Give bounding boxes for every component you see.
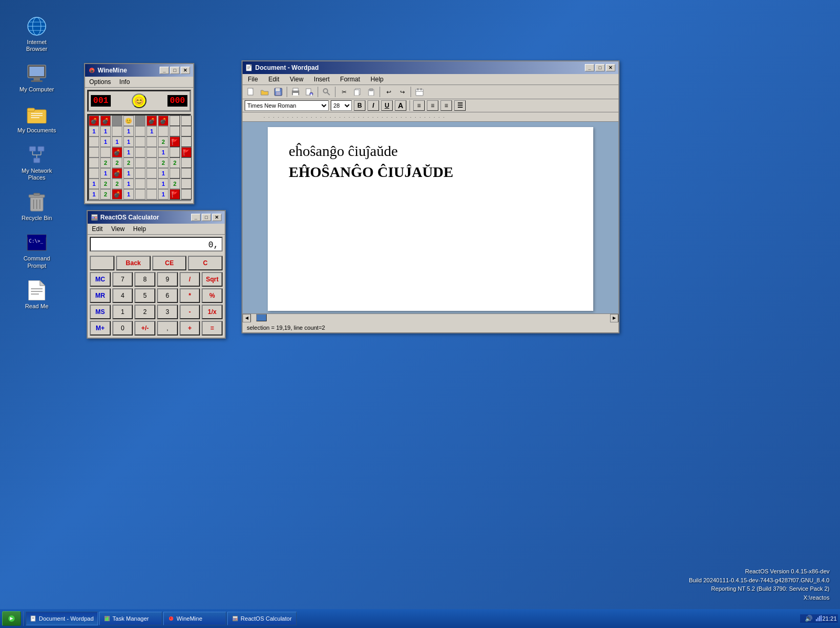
calc-inv-btn[interactable]: 1/x xyxy=(202,305,223,319)
icon-recycle-bin[interactable]: Recycle Bin xyxy=(16,192,58,222)
wordpad-menu-view[interactable]: View xyxy=(288,75,306,83)
wordpad-content-area[interactable]: eĥoŝanĝo ĉiuĵaŭde EĤOŜANĜO ĈIUĴAŬDE xyxy=(243,122,618,313)
mine-cell[interactable]: 2 xyxy=(100,158,111,168)
mine-cell[interactable]: 2 xyxy=(100,179,111,189)
mine-cell[interactable]: 1 xyxy=(123,137,134,147)
mine-cell[interactable]: 1 xyxy=(112,137,122,147)
icon-my-computer[interactable]: My Computer xyxy=(16,63,58,93)
calc-empty-btn[interactable] xyxy=(90,256,114,270)
taskbar-taskmanager-btn[interactable]: Task Manager xyxy=(99,612,162,625)
calc-1-btn[interactable]: 1 xyxy=(112,305,133,319)
mine-cell[interactable] xyxy=(135,179,145,189)
calc-4-btn[interactable]: 4 xyxy=(112,288,133,303)
bullets-btn[interactable]: ☰ xyxy=(454,100,466,111)
tb-save-btn[interactable] xyxy=(272,86,285,98)
mine-cell[interactable]: 2 xyxy=(170,179,180,189)
tb-print-preview-btn[interactable] xyxy=(303,86,316,98)
mine-cell[interactable]: 2 xyxy=(100,189,111,200)
mine-cell[interactable] xyxy=(89,168,99,179)
mine-cell[interactable] xyxy=(158,126,169,137)
mine-cell[interactable]: 2 xyxy=(170,158,180,168)
tb-find-btn[interactable] xyxy=(320,86,333,98)
calc-div-btn[interactable]: / xyxy=(180,272,201,287)
calc-7-btn[interactable]: 7 xyxy=(112,272,133,287)
mine-cell[interactable]: 1 xyxy=(123,179,134,189)
mine-cell[interactable] xyxy=(112,116,122,126)
mine-cell[interactable]: 2 xyxy=(158,137,169,147)
mine-cell[interactable] xyxy=(170,126,180,137)
icon-internet-browser[interactable]: Internet Browser xyxy=(16,16,58,53)
hscroll-thumb[interactable] xyxy=(256,314,267,321)
mine-cell[interactable] xyxy=(135,189,145,200)
hscroll-right-btn[interactable]: ▶ xyxy=(610,314,618,322)
mine-cell[interactable]: 1 xyxy=(158,189,169,200)
mine-cell[interactable]: 💣 xyxy=(100,116,111,126)
tb-undo-btn[interactable]: ↩ xyxy=(382,86,395,98)
mine-cell[interactable] xyxy=(146,137,157,147)
mine-cell[interactable]: 2 xyxy=(123,158,134,168)
taskbar-wordpad-btn[interactable]: Document - Wordpad xyxy=(26,612,98,625)
wordpad-menu-insert[interactable]: Insert xyxy=(312,75,332,83)
icon-my-network-places[interactable]: My Network Places xyxy=(16,144,58,181)
wordpad-minimize-btn[interactable]: _ xyxy=(585,64,594,71)
mine-cell[interactable]: 1 xyxy=(100,168,111,179)
icon-my-documents[interactable]: My Documents xyxy=(16,104,58,134)
tb-open-btn[interactable] xyxy=(258,86,271,98)
calc-pct-btn[interactable]: % xyxy=(202,288,223,303)
mine-cell[interactable]: 💣 xyxy=(146,116,157,126)
mine-cell[interactable]: 1 xyxy=(89,179,99,189)
mine-cell[interactable] xyxy=(89,158,99,168)
tb-redo-btn[interactable]: ↪ xyxy=(396,86,408,98)
mine-cell[interactable]: 💣 xyxy=(112,189,122,200)
mine-cell[interactable]: 1 xyxy=(123,168,134,179)
hscroll-track[interactable] xyxy=(251,314,610,322)
calc-mul-btn[interactable]: * xyxy=(180,288,201,303)
mine-cell[interactable] xyxy=(181,137,192,147)
calc-eq-btn[interactable]: = xyxy=(202,321,223,336)
calc-mr-btn[interactable]: MR xyxy=(90,288,111,303)
calc-menu-edit[interactable]: Edit xyxy=(90,225,105,233)
calc-ce-btn[interactable]: CE xyxy=(152,256,187,270)
calc-3-btn[interactable]: 3 xyxy=(157,305,178,319)
mine-cell[interactable]: 💣 xyxy=(89,116,99,126)
winemine-maximize-btn[interactable]: □ xyxy=(170,67,180,74)
calc-menu-view[interactable]: View xyxy=(109,225,127,233)
mine-cell[interactable]: 💣 xyxy=(112,168,122,179)
mine-cell[interactable]: 1 xyxy=(146,126,157,137)
mine-cell[interactable] xyxy=(112,126,122,137)
mine-cell[interactable]: 1 xyxy=(89,189,99,200)
mine-cell[interactable]: 2 xyxy=(158,158,169,168)
calc-mc-btn[interactable]: MC xyxy=(90,272,111,287)
wordpad-menu-edit[interactable]: Edit xyxy=(266,75,281,83)
bold-btn[interactable]: B xyxy=(354,100,365,111)
mine-cell[interactable] xyxy=(146,179,157,189)
mine-cell[interactable]: 1 xyxy=(123,126,134,137)
mine-cell[interactable]: 1 xyxy=(123,189,134,200)
wordpad-menu-file[interactable]: File xyxy=(246,75,260,83)
winemine-menu-info[interactable]: Info xyxy=(117,78,132,86)
taskbar-winemine-btn[interactable]: WineMine xyxy=(163,612,226,625)
align-right-btn[interactable]: ≡ xyxy=(440,100,452,111)
mine-cell[interactable] xyxy=(170,147,180,158)
calc-9-btn[interactable]: 9 xyxy=(157,272,178,287)
mine-cell[interactable] xyxy=(146,147,157,158)
mine-cell[interactable] xyxy=(181,116,192,126)
winemine-menu-options[interactable]: Options xyxy=(87,78,113,86)
calc-negate-btn[interactable]: +/- xyxy=(134,321,155,336)
italic-btn[interactable]: I xyxy=(368,100,379,111)
calc-8-btn[interactable]: 8 xyxy=(134,272,155,287)
align-center-btn[interactable]: ≡ xyxy=(427,100,438,111)
mine-cell[interactable] xyxy=(170,168,180,179)
mine-cell[interactable]: 2 xyxy=(112,158,122,168)
wordpad-menu-help[interactable]: Help xyxy=(369,75,386,83)
start-button[interactable] xyxy=(2,611,21,626)
mine-cell[interactable] xyxy=(181,126,192,137)
calc-dec-btn[interactable]: , xyxy=(157,321,178,336)
mine-cell[interactable] xyxy=(135,158,145,168)
calc-6-btn[interactable]: 6 xyxy=(157,288,178,303)
mine-cell[interactable] xyxy=(170,116,180,126)
mine-cell[interactable] xyxy=(181,158,192,168)
tb-date-btn[interactable] xyxy=(413,86,426,98)
wordpad-maximize-btn[interactable]: □ xyxy=(595,64,605,71)
mine-cell[interactable] xyxy=(135,126,145,137)
